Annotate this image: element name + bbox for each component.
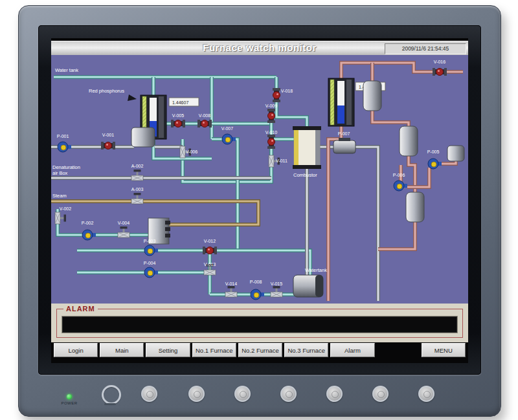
water-tank-vessel	[293, 275, 323, 297]
tag-p006: P-006	[393, 173, 405, 177]
ring-button[interactable]	[102, 385, 121, 404]
process-diagram: 1.44607 1.44607	[51, 55, 468, 304]
label-watertank: Watertank	[305, 267, 327, 273]
tag-v006: V-006	[186, 149, 197, 154]
alarm-group-label: ALARM	[63, 305, 98, 313]
valve-v005	[171, 120, 185, 127]
combustor-vessel	[293, 126, 321, 169]
pump-p002	[82, 230, 96, 240]
pump-p005	[428, 159, 442, 169]
tag-v005: V-005	[172, 113, 184, 118]
valve-v004	[118, 227, 130, 238]
reactor-tank-2	[328, 78, 354, 126]
tag-v001: V-001	[102, 133, 114, 137]
setting-button[interactable]: Setting	[146, 343, 190, 357]
no2-furnace-button[interactable]: No.2 Furnace	[238, 343, 282, 357]
page: Furnace watch monitor 2009/11/6 21:54:45	[0, 0, 518, 420]
tag-v018: V-018	[281, 89, 293, 93]
power-led-label: POWER	[56, 401, 82, 405]
pump-p004	[144, 267, 158, 278]
pump-p008	[251, 289, 264, 300]
function-key-5[interactable]	[326, 386, 343, 402]
pump-p006	[394, 181, 407, 191]
tag-v002: V-002	[60, 206, 71, 211]
readout-tank-1: 1.44607	[169, 98, 199, 106]
tag-a003: A-003	[131, 187, 144, 192]
tag-v011: V-011	[276, 159, 287, 163]
timestamp: 2009/11/6 21:54:45	[385, 43, 466, 54]
alarm-zone: ALARM	[51, 304, 468, 342]
ring-button-label	[104, 403, 116, 405]
alarm-message-display	[62, 316, 458, 333]
main-button[interactable]: Main	[100, 343, 144, 357]
alarm-groupbox: ALARM	[56, 309, 463, 338]
tag-v004: V-004	[118, 221, 130, 225]
readout-1-value: 1.44607	[172, 100, 188, 105]
pump-p003	[144, 245, 158, 256]
function-key-7[interactable]	[418, 386, 434, 402]
function-key-4[interactable]	[280, 386, 297, 402]
touch-button-bar: Login Main Setting No.1 Furnace No.2 Fur…	[51, 342, 468, 358]
valve-a002	[131, 170, 143, 181]
label-red-phosphorus: Red phosphorus	[89, 88, 124, 94]
function-key-3[interactable]	[234, 386, 251, 402]
valve-v018	[273, 88, 280, 102]
tag-v008: V-008	[199, 113, 210, 118]
label-denaturation-1: Denaturation	[52, 164, 80, 170]
tag-p004: P-004	[144, 261, 156, 265]
tag-v012: V-012	[204, 239, 216, 243]
tag-v007: V-007	[221, 126, 233, 131]
tag-p003: P-003	[144, 239, 156, 243]
red-phosphorus-arrow	[128, 94, 137, 101]
valve-v001	[101, 142, 115, 149]
tag-p005: P-005	[427, 149, 440, 154]
no3-furnace-button[interactable]: No.3 Furnace	[284, 343, 328, 357]
pump-p001	[58, 142, 71, 152]
label-denaturation-2: air Box	[52, 170, 68, 176]
button-bar-spacer	[377, 343, 420, 357]
pump-v007	[222, 134, 236, 144]
tag-v015: V-015	[271, 282, 282, 286]
no1-furnace-button[interactable]: No.1 Furnace	[192, 343, 236, 357]
alarm-button[interactable]: Alarm	[330, 343, 374, 357]
tag-p001: P-001	[57, 134, 69, 138]
tag-v009: V-009	[265, 104, 277, 108]
login-button[interactable]: Login	[54, 343, 98, 357]
valve-v016	[433, 68, 447, 76]
valve-v002	[55, 212, 66, 224]
touch-panel-monitor: Furnace watch monitor 2009/11/6 21:54:45	[18, 5, 501, 417]
function-key-1[interactable]	[141, 386, 157, 402]
tag-p007: P-007	[338, 131, 350, 136]
tag-p008: P-008	[250, 280, 262, 284]
tag-v016: V-016	[434, 60, 445, 64]
tag-a002: A-002	[131, 164, 144, 168]
valve-v010	[267, 135, 275, 149]
tag-p002: P-002	[82, 221, 94, 225]
valve-v012	[203, 247, 217, 254]
hmi-screen: Furnace watch monitor 2009/11/6 21:54:45	[51, 38, 468, 363]
valve-v009	[267, 109, 275, 123]
tag-v010: V-010	[265, 130, 277, 135]
menu-button[interactable]: MENU	[422, 343, 466, 357]
valve-v014	[225, 286, 237, 297]
tag-v014: V-014	[225, 282, 237, 286]
label-water-tank: Water tank	[55, 67, 78, 73]
valve-a003	[131, 193, 143, 204]
power-led	[67, 394, 72, 399]
compressor-p007	[333, 138, 355, 153]
label-steam: Steam	[52, 193, 67, 199]
title-bar: Furnace watch monitor 2009/11/6 21:54:45	[51, 41, 468, 56]
process-diagram-svg: 1.44607 1.44607	[51, 55, 468, 304]
tag-v013: V-013	[204, 262, 216, 267]
function-key-6[interactable]	[372, 386, 388, 402]
pumps	[58, 134, 442, 300]
function-key-2[interactable]	[188, 386, 205, 402]
valve-v008	[197, 120, 212, 127]
label-combustor: Combustor	[293, 172, 317, 178]
valve-v015	[271, 286, 282, 297]
